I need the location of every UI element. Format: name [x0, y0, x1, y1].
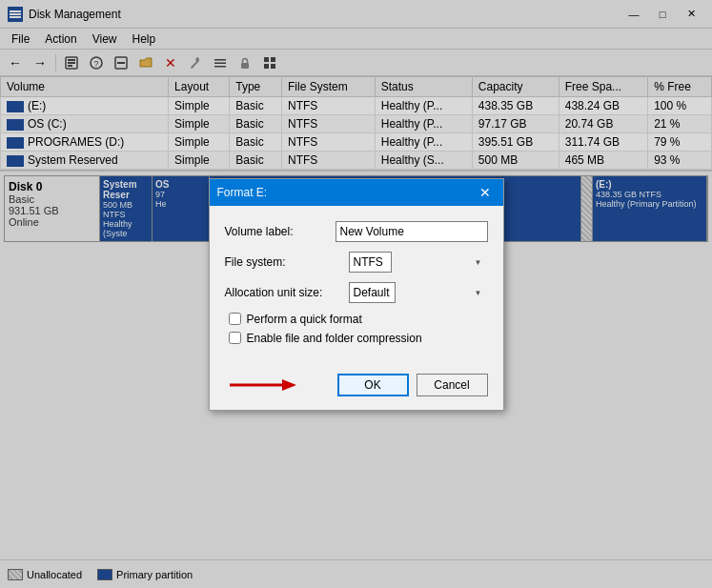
quick-format-checkbox[interactable]: [229, 313, 241, 325]
compression-row: Enable file and folder compression: [225, 332, 488, 345]
volume-label-input[interactable]: [336, 221, 488, 242]
filesystem-select[interactable]: NTFS FAT32 exFAT: [349, 252, 392, 273]
filesystem-select-wrapper: NTFS FAT32 exFAT: [349, 252, 488, 273]
allocation-unit-label: Allocation unit size:: [225, 286, 349, 299]
svg-marker-21: [282, 379, 296, 391]
arrow-icon: [225, 374, 301, 396]
filesystem-label: File system:: [225, 255, 349, 269]
volume-label-label: Volume label:: [225, 225, 336, 238]
quick-format-label[interactable]: Perform a quick format: [247, 313, 362, 326]
dialog-body: Volume label: File system: NTFS FAT32 ex…: [210, 206, 503, 366]
allocation-unit-select[interactable]: Default 512 1024 2048 4096: [349, 282, 396, 303]
arrow-hint: [225, 374, 330, 396]
dialog-close-button[interactable]: ✕: [475, 182, 496, 203]
dialog-overlay: Format E: ✕ Volume label: File system: N…: [0, 0, 712, 588]
format-dialog: Format E: ✕ Volume label: File system: N…: [209, 178, 504, 411]
dialog-title-bar: Format E: ✕: [210, 179, 503, 206]
cancel-button[interactable]: Cancel: [417, 374, 488, 396]
quick-format-row: Perform a quick format: [225, 313, 488, 326]
dialog-title: Format E:: [217, 186, 475, 199]
ok-button[interactable]: OK: [337, 374, 409, 396]
allocation-unit-select-wrapper: Default 512 1024 2048 4096: [349, 282, 488, 303]
dialog-footer: OK Cancel: [210, 366, 503, 410]
volume-label-row: Volume label:: [225, 221, 488, 242]
filesystem-row: File system: NTFS FAT32 exFAT: [225, 252, 488, 273]
allocation-unit-row: Allocation unit size: Default 512 1024 2…: [225, 282, 488, 303]
compression-checkbox[interactable]: [229, 332, 241, 344]
main-window: Disk Management — □ ✕ File Action View H…: [0, 0, 712, 588]
compression-label[interactable]: Enable file and folder compression: [247, 332, 422, 345]
